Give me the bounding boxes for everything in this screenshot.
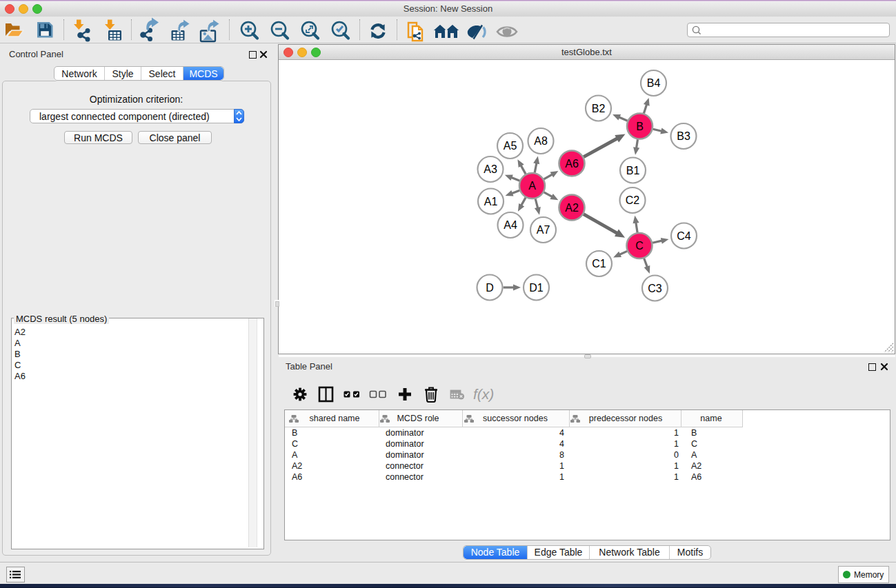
svg-text:A7: A7 <box>537 224 550 236</box>
svg-text:A4: A4 <box>504 219 517 231</box>
svg-text:C1: C1 <box>592 258 606 270</box>
svg-text:D: D <box>486 282 494 294</box>
svg-text:A8: A8 <box>534 135 548 147</box>
svg-text:f(x): f(x) <box>473 386 494 402</box>
svg-text:A5: A5 <box>504 140 517 152</box>
svg-text:A1: A1 <box>484 196 498 207</box>
svg-text:C3: C3 <box>648 283 662 294</box>
svg-text:A2: A2 <box>565 202 579 214</box>
svg-text:B1: B1 <box>626 165 640 176</box>
svg-text:A: A <box>528 180 536 192</box>
svg-text:D1: D1 <box>529 282 544 294</box>
svg-text:B2: B2 <box>592 103 606 114</box>
svg-text:B3: B3 <box>677 130 690 142</box>
svg-text:C: C <box>635 240 644 252</box>
svg-text:B4: B4 <box>647 77 661 89</box>
svg-text:A3: A3 <box>484 163 497 175</box>
svg-text:A6: A6 <box>565 158 579 170</box>
svg-text:C4: C4 <box>677 230 691 242</box>
svg-text:C2: C2 <box>626 194 640 206</box>
svg-text:B: B <box>636 121 644 132</box>
